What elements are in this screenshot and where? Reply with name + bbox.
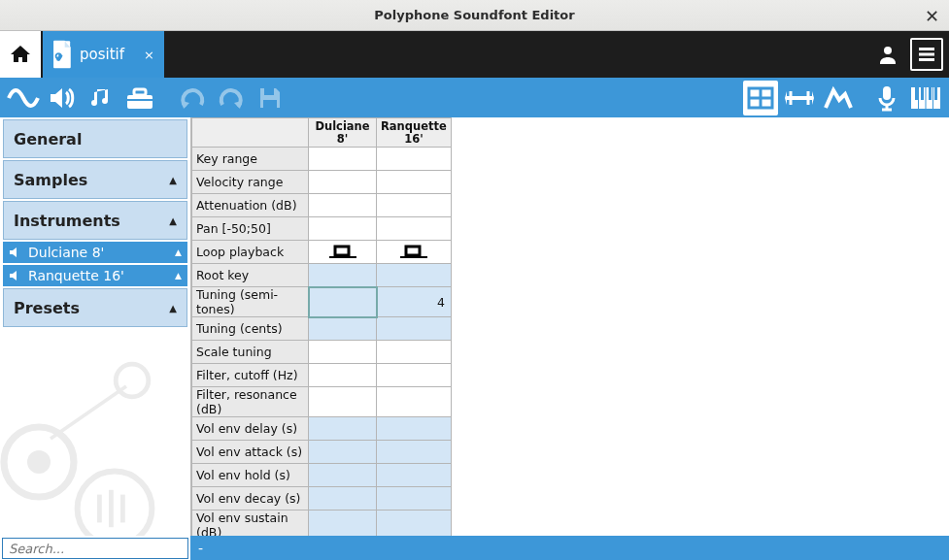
instrument-item-dulciane[interactable]: Dulciane 8' ▲ <box>3 242 187 263</box>
table-cell[interactable] <box>377 364 452 387</box>
parameter-table: Dulciane 8' Ranquette 16' Key rangeVeloc… <box>191 117 452 536</box>
table-cell[interactable] <box>377 464 452 487</box>
svg-rect-3 <box>919 48 934 50</box>
row-label: Attenuation (dB) <box>192 194 309 217</box>
redo-button[interactable] <box>214 81 249 115</box>
table-cell[interactable] <box>309 511 377 536</box>
instrument-item-label: Ranquette 16' <box>28 268 169 283</box>
table-cell[interactable] <box>377 148 452 171</box>
keyboard-button[interactable] <box>908 81 943 115</box>
status-text: - <box>198 541 203 556</box>
table-cell[interactable] <box>309 487 377 511</box>
row-label: Root key <box>192 264 309 287</box>
svg-rect-20 <box>929 87 932 100</box>
table-cell[interactable] <box>377 441 452 464</box>
table-cell[interactable] <box>309 317 377 341</box>
table-cell[interactable]: 4 <box>377 287 452 317</box>
table-cell[interactable] <box>377 264 452 287</box>
section-presets-label: Presets <box>14 299 80 317</box>
table-corner <box>192 118 309 148</box>
row-label: Tuning (cents) <box>192 317 309 341</box>
file-tab[interactable]: positif × <box>43 31 164 78</box>
hamburger-menu-button[interactable] <box>910 38 943 71</box>
table-cell[interactable] <box>309 217 377 241</box>
row-label: Vol env sustain (dB) <box>192 511 309 536</box>
table-row: Scale tuning <box>192 341 452 364</box>
table-cell[interactable] <box>377 241 452 264</box>
section-instruments[interactable]: Instruments▲ <box>3 201 187 240</box>
close-tab-button[interactable]: × <box>144 48 154 62</box>
table-cell[interactable] <box>377 487 452 511</box>
table-cell[interactable] <box>309 264 377 287</box>
svg-rect-7 <box>134 89 146 95</box>
home-icon <box>9 43 32 66</box>
range-view-button[interactable] <box>782 81 817 115</box>
table-cell[interactable] <box>377 194 452 217</box>
row-label: Scale tuning <box>192 341 309 364</box>
table-cell[interactable] <box>309 241 377 264</box>
table-cell[interactable] <box>309 464 377 487</box>
parameter-table-pane[interactable]: Dulciane 8' Ranquette 16' Key rangeVeloc… <box>190 117 949 536</box>
column-header[interactable]: Ranquette 16' <box>377 118 452 148</box>
table-cell[interactable] <box>377 511 452 536</box>
table-row: Pan [-50;50] <box>192 217 452 241</box>
svg-rect-8 <box>127 99 153 101</box>
column-header[interactable]: Dulciane 8' <box>309 118 377 148</box>
left-tree-pane: General Samples▲ Instruments▲ Dulciane 8… <box>0 117 190 536</box>
status-bar: - <box>190 536 949 560</box>
search-input[interactable] <box>2 538 188 559</box>
svg-point-26 <box>27 450 51 474</box>
music-notes-button[interactable] <box>84 81 119 115</box>
table-cell[interactable] <box>377 417 452 441</box>
svg-point-25 <box>4 427 74 497</box>
window-close-button[interactable]: ✕ <box>925 6 939 26</box>
table-cell[interactable] <box>377 217 452 241</box>
table-view-button[interactable] <box>743 81 778 115</box>
table-row: Vol env delay (s) <box>192 417 452 441</box>
table-cell[interactable] <box>309 341 377 364</box>
table-cell[interactable] <box>309 364 377 387</box>
row-label: Vol env attack (s) <box>192 441 309 464</box>
svg-rect-18 <box>915 87 918 100</box>
svg-point-1 <box>56 56 61 61</box>
table-cell[interactable] <box>309 387 377 417</box>
envelope-view-button[interactable] <box>821 81 856 115</box>
table-row: Loop playback <box>192 241 452 264</box>
table-row: Vol env attack (s) <box>192 441 452 464</box>
table-cell[interactable] <box>309 171 377 194</box>
undo-button[interactable] <box>175 81 210 115</box>
speaker-tool-button[interactable] <box>45 81 80 115</box>
sample-tool-button[interactable] <box>6 81 41 115</box>
table-cell[interactable] <box>377 317 452 341</box>
table-row: Attenuation (dB) <box>192 194 452 217</box>
table-row: Vol env hold (s) <box>192 464 452 487</box>
table-cell[interactable] <box>309 417 377 441</box>
instrument-item-label: Dulciane 8' <box>28 245 169 260</box>
user-icon[interactable] <box>871 38 904 71</box>
svg-rect-33 <box>335 247 349 255</box>
instrument-item-ranquette[interactable]: Ranquette 16' ▲ <box>3 265 187 286</box>
save-button[interactable] <box>253 81 288 115</box>
table-row: Root key <box>192 264 452 287</box>
table-row: Vol env sustain (dB) <box>192 511 452 536</box>
section-presets[interactable]: Presets▲ <box>3 288 187 327</box>
row-label: Vol env delay (s) <box>192 417 309 441</box>
chevron-up-icon: ▲ <box>169 175 177 185</box>
table-row: Vol env decay (s) <box>192 487 452 511</box>
toolbox-button[interactable] <box>122 81 157 115</box>
section-general[interactable]: General <box>3 119 187 158</box>
table-cell[interactable] <box>377 387 452 417</box>
table-cell[interactable] <box>377 171 452 194</box>
home-tab[interactable] <box>0 31 41 78</box>
table-cell[interactable] <box>309 148 377 171</box>
table-cell[interactable] <box>309 194 377 217</box>
table-cell[interactable] <box>309 441 377 464</box>
svg-point-2 <box>884 47 892 54</box>
section-samples[interactable]: Samples▲ <box>3 160 187 199</box>
section-samples-label: Samples <box>14 171 87 189</box>
recorder-button[interactable] <box>869 81 904 115</box>
table-cell[interactable] <box>309 287 377 317</box>
table-cell[interactable] <box>377 341 452 364</box>
section-general-label: General <box>14 130 82 148</box>
chevron-up-icon: ▲ <box>169 215 177 226</box>
